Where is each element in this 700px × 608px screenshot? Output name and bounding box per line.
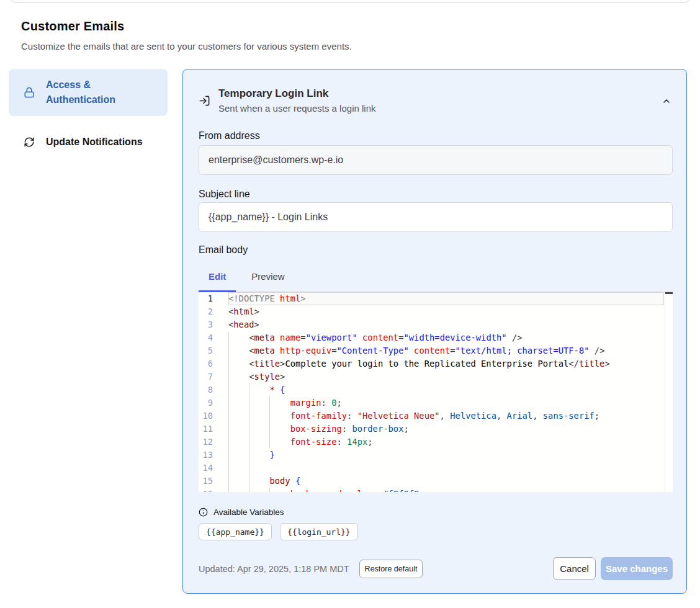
editor-indent-guide xyxy=(269,488,270,492)
variable-chip-app-name[interactable]: {{app_name}} xyxy=(199,523,272,540)
tab-edit[interactable]: Edit xyxy=(199,267,236,292)
available-variables-header: Available Variables xyxy=(199,507,671,517)
editor-code-line: <!DOCTYPE html> xyxy=(228,292,306,305)
editor-code-line: body { xyxy=(228,475,300,488)
temporary-login-link-panel: Temporary Login Link Sent when a user re… xyxy=(182,69,687,594)
editor-line-number: 16 xyxy=(199,488,213,492)
editor-line-number: 4 xyxy=(199,331,213,344)
variable-chip-login-url[interactable]: {{login_url}} xyxy=(280,523,358,540)
editor-code-line: * { xyxy=(228,383,285,396)
editor-line-number: 10 xyxy=(199,409,213,422)
updated-timestamp: Updated: Apr 29, 2025, 1:18 PM MDT xyxy=(199,564,349,574)
editor-code-line: <meta name="viewport" content="width=dev… xyxy=(228,331,523,344)
chevron-up-icon xyxy=(662,96,671,106)
info-icon xyxy=(199,507,208,517)
editor-indent-guide xyxy=(249,383,249,492)
from-address-input[interactable] xyxy=(199,145,673,175)
editor-code-line: font-size: 14px; xyxy=(228,436,373,449)
editor-line-number: 1 xyxy=(199,292,213,305)
editor-code-line: background-color: #f8f8f8; xyxy=(228,488,424,492)
restore-default-button[interactable]: Restore default xyxy=(359,560,423,578)
editor-line-number: 7 xyxy=(199,370,213,383)
editor-line-number: 14 xyxy=(199,462,213,475)
tab-edit-label: Edit xyxy=(209,271,226,282)
subject-line-label: Subject line xyxy=(199,189,671,200)
log-in-icon xyxy=(199,95,210,107)
editor-code-line: <title>Complete your login to the Replic… xyxy=(228,357,610,370)
editor-code-line: <head> xyxy=(228,318,259,331)
customer-emails-page: Customer Emails Customize the emails tha… xyxy=(0,0,700,608)
editor-line-number: 15 xyxy=(199,475,213,488)
page-title: Customer Emails xyxy=(21,19,124,34)
email-settings-sidebar: Access & Authentication Update Notificat… xyxy=(9,69,168,158)
editor-line-number: 8 xyxy=(199,383,213,396)
editor-line-number: 9 xyxy=(199,396,213,409)
editor-code-line: <meta http-equiv="Content-Type" content=… xyxy=(228,344,604,357)
from-address-label: From address xyxy=(199,130,671,141)
editor-indent-guide xyxy=(269,396,270,449)
email-body-code-editor[interactable]: 1<!DOCTYPE html>2<html>3<head>4 <meta na… xyxy=(199,292,673,492)
editor-line-number: 2 xyxy=(199,305,213,318)
page-subtitle: Customize the emails that are sent to yo… xyxy=(21,41,352,51)
refresh-icon xyxy=(24,136,35,148)
editor-line-number: 12 xyxy=(199,436,213,449)
panel-footer: Updated: Apr 29, 2025, 1:18 PM MDT Resto… xyxy=(199,557,673,580)
editor-line-number: 11 xyxy=(199,422,213,436)
collapse-panel-button[interactable] xyxy=(662,96,671,106)
cancel-button[interactable]: Cancel xyxy=(553,557,596,580)
tab-preview[interactable]: Preview xyxy=(241,267,294,292)
editor-code-line: margin: 0; xyxy=(228,396,342,409)
subject-line-input[interactable] xyxy=(199,202,673,232)
previous-card-bottom-edge xyxy=(9,0,691,3)
editor-line-number: 6 xyxy=(199,357,213,370)
panel-header: Temporary Login Link Sent when a user re… xyxy=(199,87,671,115)
email-body-tabs: Edit Preview xyxy=(199,267,673,292)
email-body-label: Email body xyxy=(199,244,671,256)
sidebar-item-access-authentication[interactable]: Access & Authentication xyxy=(9,69,168,116)
editor-code-line: font-family: "Helvetica Neue", Helvetica… xyxy=(228,409,599,422)
sidebar-item-update-notifications[interactable]: Update Notifications xyxy=(9,126,168,158)
editor-line-number: 5 xyxy=(199,344,213,357)
available-variables-label: Available Variables xyxy=(213,507,284,517)
panel-subtitle: Sent when a user requests a login link xyxy=(218,102,375,115)
editor-line-number: 3 xyxy=(199,318,213,331)
panel-title: Temporary Login Link xyxy=(218,87,375,101)
tab-preview-label: Preview xyxy=(251,271,284,282)
editor-scrollbar[interactable] xyxy=(665,292,673,492)
sidebar-item-label: Access & Authentication xyxy=(46,78,156,107)
save-changes-button[interactable]: Save changes xyxy=(601,557,673,580)
editor-indent-guide xyxy=(228,331,229,492)
sidebar-item-label: Update Notifications xyxy=(46,135,143,150)
panel-header-text: Temporary Login Link Sent when a user re… xyxy=(218,87,375,115)
editor-code-line: <html> xyxy=(228,305,259,318)
editor-code-line: } xyxy=(228,449,275,462)
lock-icon xyxy=(24,87,35,98)
editor-code-line: box-sizing: border-box; xyxy=(228,422,409,436)
editor-scrollbar-cursor-marker xyxy=(665,292,673,294)
editor-code-line: <style> xyxy=(228,370,285,383)
variable-chips: {{app_name}} {{login_url}} xyxy=(199,523,671,540)
editor-line-number: 13 xyxy=(199,449,213,462)
